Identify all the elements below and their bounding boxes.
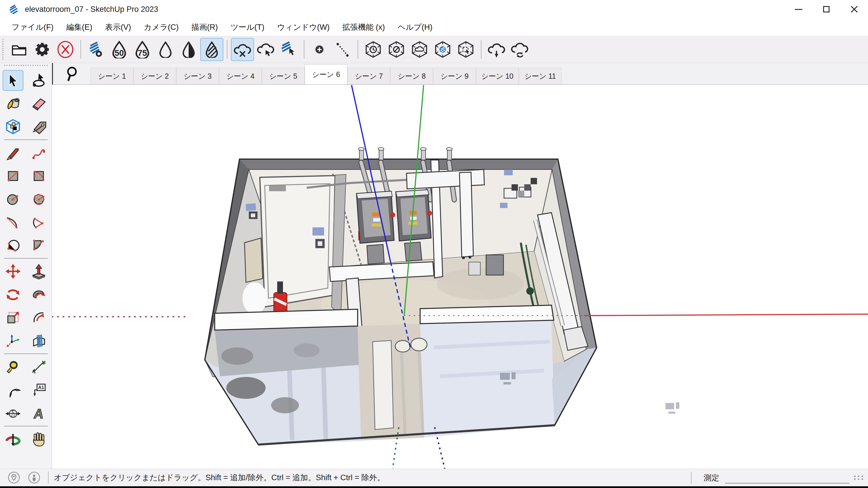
dimension-tool[interactable] [28, 356, 49, 377]
text-tool[interactable]: A1 [28, 380, 49, 400]
maximize-icon [823, 6, 830, 12]
magnifier-icon[interactable] [64, 65, 82, 83]
toolbar-separator [304, 40, 304, 59]
menu-edit[interactable]: 編集(E) [60, 19, 99, 36]
pie-tool[interactable] [28, 235, 49, 256]
box-cloud-button[interactable] [408, 38, 431, 61]
text-tool-icon: A1 [31, 382, 47, 398]
three-point-arc-tool-icon [5, 237, 21, 253]
measure-input[interactable] [725, 472, 849, 484]
density-half-button[interactable] [177, 38, 200, 61]
scene-tab-5[interactable]: シーン 5 [262, 68, 305, 85]
density-hatched-button[interactable] [200, 38, 223, 61]
open-button[interactable] [7, 38, 31, 61]
eraser-tool[interactable] [28, 93, 49, 114]
rectangle-tool[interactable] [3, 165, 24, 186]
three-point-arc-tool[interactable] [3, 235, 24, 256]
close-button[interactable] [840, 0, 868, 19]
orbit-tool[interactable] [3, 429, 24, 450]
push-pull-tool[interactable] [28, 261, 49, 282]
two-point-arc-tool[interactable] [28, 212, 49, 233]
tag-tool[interactable] [28, 116, 49, 137]
geolocation-icon[interactable] [7, 471, 20, 484]
resize-grip[interactable] [854, 476, 864, 480]
cloud-hide-button[interactable] [231, 38, 254, 61]
polygon-tool[interactable] [28, 189, 49, 209]
status-bar: オブジェクトをクリックまたはドラッグ。Shift = 追加/除外。Ctrl = … [0, 468, 868, 486]
svg-text:50: 50 [115, 48, 124, 58]
box-select-button[interactable] [454, 38, 477, 61]
scene-tab-11[interactable]: シーン 11 [519, 68, 562, 85]
cancel-button[interactable] [54, 38, 77, 61]
maximize-button[interactable] [812, 0, 840, 19]
scene-tab-6[interactable]: シーン 6 [305, 64, 347, 85]
offset-tool[interactable] [28, 307, 49, 328]
toolbar-separator [227, 40, 227, 59]
scene-tab-7[interactable]: シーン 7 [347, 68, 390, 85]
lasso-select-tool[interactable] [28, 70, 49, 91]
model-pick-button[interactable] [277, 38, 300, 61]
menu-draw[interactable]: 描画(R) [185, 19, 224, 36]
minimize-button[interactable] [785, 0, 812, 19]
menu-tools[interactable]: ツール(T) [224, 19, 271, 36]
palette-drag-handle[interactable] [4, 65, 48, 68]
person-icon[interactable] [28, 471, 40, 484]
move-tool[interactable] [3, 261, 24, 282]
scene-tab-3[interactable]: シーン 3 [176, 68, 219, 85]
box-history-button[interactable] [362, 38, 385, 61]
pan-tool[interactable] [28, 429, 49, 450]
pointcloud-manager-button[interactable] [85, 38, 107, 61]
model-viewport[interactable] [52, 85, 868, 468]
push-pull-tool-icon [31, 263, 47, 280]
add-point-button[interactable] [308, 38, 331, 61]
follow-me-tool[interactable] [28, 284, 49, 305]
toolbar-drag-handle[interactable] [2, 39, 5, 60]
section-plane-tool[interactable] [28, 330, 49, 351]
threed-text-tool[interactable]: A [28, 403, 49, 423]
cloud-pick-button[interactable] [254, 38, 277, 61]
box-select-icon [457, 40, 475, 59]
protractor-tool[interactable] [3, 380, 24, 400]
scale-tool[interactable] [3, 307, 24, 328]
density-full-button[interactable] [154, 38, 177, 61]
cloud-sync-button[interactable] [508, 38, 531, 61]
menu-extensions[interactable]: 拡張機能 (x) [336, 19, 391, 36]
menu-camera[interactable]: カメラ(C) [137, 19, 185, 36]
arc-tool-icon [5, 214, 21, 230]
menu-view[interactable]: 表示(V) [99, 19, 137, 36]
model-pick-icon [280, 40, 298, 59]
freehand-tool[interactable] [28, 142, 49, 163]
circle-tool[interactable] [3, 189, 24, 209]
box-model-button[interactable] [431, 38, 454, 61]
scene-tab-10[interactable]: シーン 10 [476, 68, 519, 85]
scene-tab-8[interactable]: シーン 8 [390, 68, 433, 85]
settings-button[interactable] [31, 38, 54, 61]
box-null-button[interactable] [385, 38, 408, 61]
rotated-rectangle-tool[interactable] [28, 165, 49, 186]
paint-bucket-tool[interactable] [3, 93, 24, 114]
tape-measure-tool[interactable] [3, 356, 24, 377]
select-tool[interactable] [3, 70, 24, 91]
svg-text:A: A [33, 406, 44, 421]
density-50-button[interactable]: 50 [107, 38, 131, 61]
cloud-download-button[interactable] [485, 38, 508, 61]
component-tool[interactable] [3, 116, 24, 137]
menu-help[interactable]: ヘルプ(H) [391, 19, 439, 36]
scene-tab-4[interactable]: シーン 4 [219, 68, 262, 85]
rotate-tool[interactable] [3, 284, 24, 305]
measure-line-button[interactable] [331, 38, 354, 61]
arc-tool[interactable] [3, 212, 24, 233]
rotate-tool-icon [5, 286, 21, 302]
box-history-icon [364, 40, 382, 59]
density-75-button[interactable]: 75 [131, 38, 154, 61]
line-tool[interactable] [3, 142, 24, 163]
scene-tab-9[interactable]: シーン 9 [433, 68, 476, 85]
move-tool-icon [5, 263, 21, 280]
axes-tool[interactable] [3, 330, 24, 351]
svg-text:A1: A1 [38, 385, 44, 390]
menu-window[interactable]: ウィンドウ(W) [271, 19, 336, 36]
axes-circle-tool[interactable]: C 4 6 [3, 403, 24, 423]
scene-tab-1[interactable]: シーン 1 [91, 68, 133, 85]
scene-tab-2[interactable]: シーン 2 [133, 68, 176, 85]
menu-file[interactable]: ファイル(F) [5, 19, 60, 36]
